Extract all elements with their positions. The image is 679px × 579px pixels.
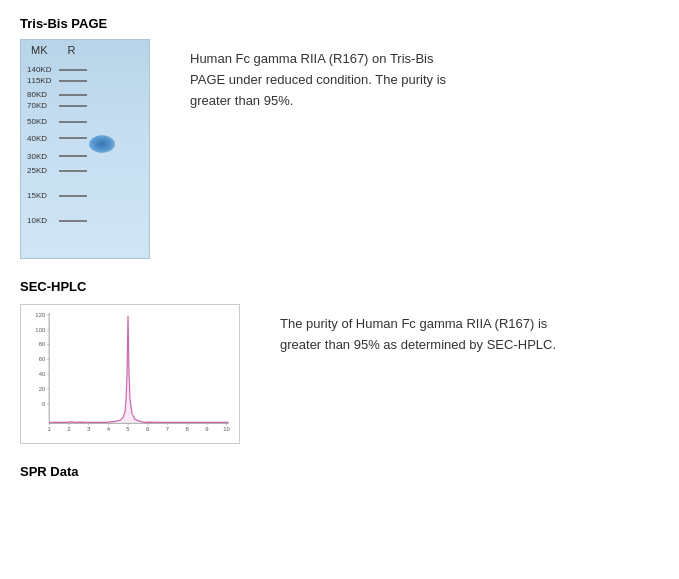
gel-header: MK R: [21, 40, 149, 56]
gel-image: MK R 140KD 115KD 80KD: [20, 39, 150, 259]
svg-text:9: 9: [205, 426, 208, 432]
svg-text:10: 10: [223, 426, 230, 432]
svg-text:120: 120: [35, 312, 46, 318]
gel-row: MK R 140KD 115KD 80KD: [20, 39, 659, 259]
sec-hplc-section: SEC-HPLC 120 100 80 60 40: [20, 279, 659, 444]
spr-title: SPR Data: [20, 464, 659, 479]
hplc-chart: 120 100 80 60 40 20 0 1 2 3: [20, 304, 240, 444]
svg-text:1: 1: [48, 426, 51, 432]
spr-section: SPR Data: [20, 464, 659, 479]
svg-text:7: 7: [166, 426, 169, 432]
marker-label-header: MK: [31, 44, 48, 56]
tris-bis-page-section: Tris-Bis PAGE MK R 140KD 115KD: [20, 16, 659, 259]
hplc-description: The purity of Human Fc gamma RIIA (R167)…: [280, 304, 560, 356]
gel-bands-area: 140KD 115KD 80KD 70KD: [21, 58, 149, 238]
gel-description: Human Fc gamma RIIA (R167) on Tris-Bis P…: [190, 39, 470, 111]
hplc-title: SEC-HPLC: [20, 279, 659, 294]
hplc-row: 120 100 80 60 40 20 0 1 2 3: [20, 304, 659, 444]
svg-text:80: 80: [39, 341, 46, 347]
svg-text:2: 2: [67, 426, 70, 432]
svg-text:100: 100: [35, 327, 46, 333]
svg-text:40: 40: [39, 371, 46, 377]
sample-label-header: R: [68, 44, 76, 56]
svg-text:20: 20: [39, 386, 46, 392]
svg-text:60: 60: [39, 356, 46, 362]
tris-bis-title: Tris-Bis PAGE: [20, 16, 659, 31]
hplc-svg: 120 100 80 60 40 20 0 1 2 3: [21, 305, 239, 443]
